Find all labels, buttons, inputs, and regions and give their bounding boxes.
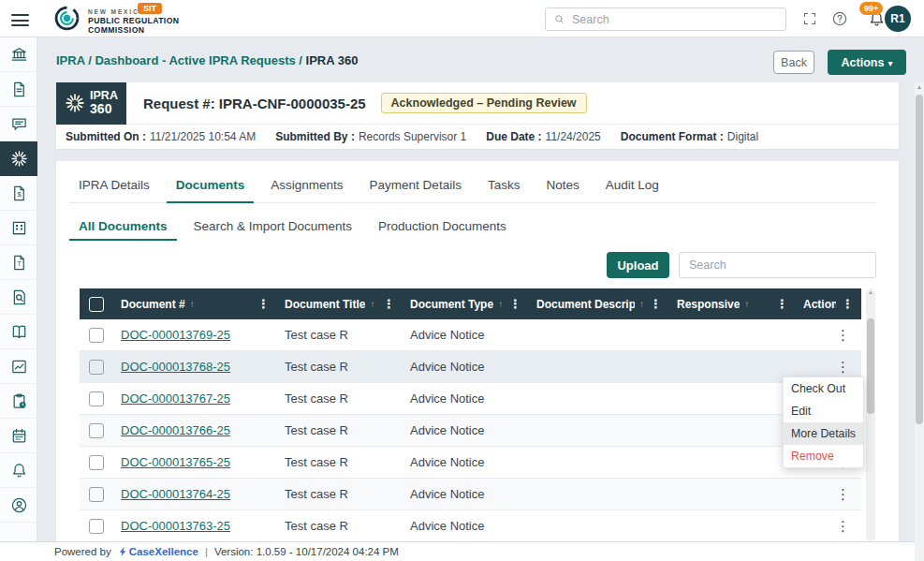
tab-assignments[interactable]: Assignments [261,178,352,202]
sidebar-item-profile[interactable] [0,488,37,523]
user-avatar[interactable]: R1 [885,6,911,32]
page-scrollbar[interactable]: ▲ [915,82,924,561]
row-actions-menu-icon[interactable]: ⋮ [836,519,850,533]
sort-asc-icon[interactable]: ↑ [370,299,374,309]
context-menu-item-edit[interactable]: Edit [784,400,863,422]
breadcrumb-item-ipra[interactable]: IPRA [56,53,85,67]
request-title-row: IPRA 360 Request #: IPRA-CNF-0000035-25 … [56,82,899,125]
subtab-search-import-documents[interactable]: Search & Import Documents [184,219,362,241]
bell-icon [10,462,28,480]
row-actions-menu-icon[interactable]: ⋮ [836,328,850,342]
sort-asc-icon[interactable]: ↑ [190,299,195,309]
document-link[interactable]: DOC-000013764-25 [121,487,230,501]
caret-down-icon: ▾ [887,58,892,68]
column-header-document-title[interactable]: Document Title↑⋮ [277,288,403,319]
document-link[interactable]: DOC-000013768-25 [121,360,230,374]
column-menu-icon[interactable]: ⋮ [377,297,395,311]
sidebar-item-scheduled-tasks[interactable] [0,384,37,419]
context-menu-item-check-out[interactable]: Check Out [784,377,863,400]
table-scrollbar[interactable]: ▲ [866,288,875,541]
sidebar-item-messages[interactable] [0,107,37,141]
sidebar-item-ipra-360[interactable] [0,141,37,176]
tab-audit-log[interactable]: Audit Log [596,178,668,202]
book-icon [10,323,28,341]
tab-tasks[interactable]: Tasks [478,178,530,202]
starburst-icon [10,150,28,168]
upload-button[interactable]: Upload [607,252,669,278]
context-menu-item-more-details[interactable]: More Details [784,422,863,445]
column-header-document-description[interactable]: Document Description↑⋮ [529,288,669,319]
document-title-cell: Test case R [277,383,403,414]
sidebar-item-notifications[interactable] [0,453,37,488]
column-header-responsive[interactable]: Responsive↑⋮ [669,288,796,319]
row-checkbox[interactable] [89,487,104,502]
row-actions-menu-icon[interactable]: ⋮ [836,487,850,501]
row-checkbox[interactable] [89,360,104,375]
global-search[interactable] [545,7,786,31]
column-menu-icon[interactable]: ⋮ [836,297,854,311]
select-all-checkbox[interactable] [89,297,104,312]
sidebar-item-organization[interactable] [0,211,37,245]
column-menu-icon[interactable]: ⋮ [504,297,521,311]
sidebar-item-reports[interactable] [0,349,37,384]
casexellence-logo[interactable]: CaseXellence [118,546,198,557]
document-type-cell: Advice Notice [403,319,529,350]
row-checkbox[interactable] [89,391,104,406]
logo-line-3: COMMISSION [88,25,179,35]
breadcrumb-separator: / [296,53,306,67]
tab-payment-details[interactable]: Payment Details [360,178,471,202]
field-value: Records Supervisor 1 [359,130,466,143]
scrollbar-up-icon[interactable]: ▲ [866,289,875,295]
page-scrollbar-thumb[interactable] [916,95,923,424]
context-menu-item-remove[interactable]: Remove [784,445,863,467]
column-header-actions[interactable]: Actions⋮ [796,288,861,319]
column-header-document-type[interactable]: Document Type↑⋮ [403,288,529,319]
document-description-cell [529,447,669,478]
sidebar-item-templates[interactable]: T [0,245,37,280]
document-link[interactable]: DOC-000013766-25 [121,423,230,437]
document-link[interactable]: DOC-000013763-25 [121,519,230,533]
help-icon[interactable] [831,10,848,27]
document-link[interactable]: DOC-000013767-25 [121,391,230,406]
subtab-production-documents[interactable]: Production Documents [369,219,516,241]
tab-ipra-details[interactable]: IPRA Details [69,178,159,202]
document-link[interactable]: DOC-000013769-25 [121,328,230,342]
column-label: Responsive [677,298,740,311]
subtab-all-documents[interactable]: All Documents [69,219,177,241]
responsive-cell [669,351,796,382]
tab-documents[interactable]: Documents [167,178,255,203]
column-menu-icon[interactable]: ⋮ [644,297,662,311]
sidebar-item-payments[interactable]: $ [0,176,37,211]
table-scrollbar-thumb[interactable] [867,318,874,414]
row-checkbox[interactable] [89,519,104,534]
global-search-input[interactable] [572,13,778,26]
casexellence-brand: CaseXellence [129,546,198,557]
menu-icon[interactable] [11,11,29,30]
breadcrumb-item-dashboard-active-ipra-requests[interactable]: Dashboard - Active IPRA Requests [95,53,295,67]
row-checkbox[interactable] [89,328,104,343]
notification-count-badge: 99+ [859,2,883,15]
row-actions-menu-icon[interactable]: ⋮ [836,360,850,374]
svg-text:T: T [17,258,22,267]
column-menu-icon[interactable]: ⋮ [770,297,788,311]
page-scrollbar-up-icon[interactable]: ▲ [915,84,924,90]
sidebar-item-calendar[interactable] [0,419,37,453]
row-checkbox[interactable] [89,423,104,438]
row-checkbox[interactable] [89,455,104,470]
sidebar-item-institution[interactable] [0,37,37,72]
document-link[interactable]: DOC-000013765-25 [121,455,230,469]
sort-asc-icon[interactable]: ↑ [498,299,503,309]
column-header-document[interactable]: Document #↑⋮ [113,288,277,319]
sidebar-item-document-search[interactable] [0,280,37,315]
back-button[interactable]: Back [773,51,814,74]
column-menu-icon[interactable]: ⋮ [252,297,270,311]
actions-button[interactable]: Actions▾ [828,50,906,75]
ipra-360-badge: IPRA 360 [56,82,126,125]
sidebar-item-ledger[interactable] [0,315,37,349]
sidebar-item-documents[interactable] [0,72,37,107]
fullscreen-icon[interactable] [802,11,817,26]
table-search-input[interactable] [679,252,876,278]
tab-notes[interactable]: Notes [536,178,588,202]
sort-asc-icon[interactable]: ↑ [744,299,749,309]
document-type-cell: Advice Notice [403,383,529,414]
